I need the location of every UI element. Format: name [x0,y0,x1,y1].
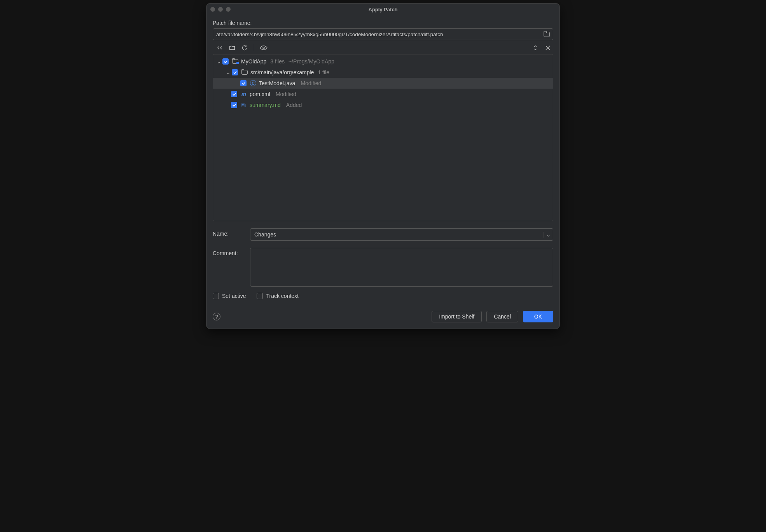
titlebar: Apply Patch [206,4,560,15]
file-status: Modified [301,80,321,86]
browse-folder-icon[interactable] [544,32,550,37]
track-context-label: Track context [266,293,299,299]
comment-textarea[interactable] [250,248,553,287]
apply-patch-dialog: Apply Patch Patch file name: [206,3,560,329]
track-context-checkbox[interactable]: Track context [257,293,299,299]
chevron-down-icon[interactable]: ⌄ [544,232,553,238]
checkbox-icon [257,293,263,299]
cancel-button[interactable]: Cancel [486,311,518,322]
tree-root-node[interactable]: ⌄ MyOldApp 3 files ~/Progs/MyOldApp [213,56,553,67]
dialog-footer: ? Import to Shelf Cancel OK [206,305,560,329]
tree-file-node[interactable]: m pom.xml Modified [213,89,553,100]
revert-icon[interactable] [216,44,224,52]
java-class-icon: C [250,80,257,86]
checkbox-icon [213,293,219,299]
patch-file-field[interactable] [213,28,553,40]
changelist-name-input[interactable] [250,231,544,238]
maven-icon: m [240,91,247,98]
expand-collapse-icon[interactable] [532,44,539,52]
file-status: Modified [276,91,296,97]
comment-label: Comment: [213,248,244,256]
checkbox[interactable] [240,80,247,86]
chevron-down-icon[interactable]: ⌄ [216,58,222,65]
file-name: TestModel.java [259,80,295,86]
help-icon[interactable]: ? [213,313,220,320]
checkbox[interactable] [231,91,237,97]
close-window-icon[interactable] [210,7,215,12]
svg-point-0 [263,47,264,49]
name-label: Name: [213,228,244,237]
tree-file-node[interactable]: C TestModel.java Modified [213,78,553,89]
file-count: 3 files [270,58,285,65]
file-status: Added [286,102,302,108]
patch-file-label: Patch file name: [213,20,553,26]
folder-icon [241,70,248,75]
markdown-icon: M↓ [240,103,247,107]
tree-package-node[interactable]: ⌄ src/main/java/org/example 1 file [213,67,553,78]
collapse-all-icon[interactable] [544,44,552,52]
tree-toolbar [213,40,553,54]
chevron-down-icon[interactable]: ⌄ [226,69,231,75]
window-controls [210,7,231,12]
ok-button[interactable]: OK [523,311,553,322]
node-name: MyOldApp [241,58,266,65]
file-name: summary.md [250,102,281,108]
maximize-window-icon[interactable] [226,7,231,12]
file-count: 1 file [318,69,329,75]
changes-tree: ⌄ MyOldApp 3 files ~/Progs/MyOldApp ⌄ sr… [213,54,553,221]
tree-file-node[interactable]: M↓ summary.md Added [213,100,553,110]
patch-file-input[interactable] [216,32,541,37]
dialog-title: Apply Patch [206,7,560,12]
preview-icon[interactable] [260,44,268,52]
group-by-icon[interactable] [228,44,236,52]
import-to-shelf-button[interactable]: Import to Shelf [432,311,482,322]
module-icon [232,59,239,64]
set-active-label: Set active [222,293,246,299]
minimize-window-icon[interactable] [218,7,223,12]
toolbar-separator [254,44,254,51]
file-name: pom.xml [250,91,270,97]
checkbox[interactable] [222,58,229,65]
node-path: ~/Progs/MyOldApp [289,58,334,65]
refresh-icon[interactable] [241,44,248,52]
node-name: src/main/java/org/example [250,69,314,75]
checkbox[interactable] [231,102,237,108]
checkbox[interactable] [232,69,238,75]
set-active-checkbox[interactable]: Set active [213,293,246,299]
changelist-name-combo[interactable]: ⌄ [250,228,553,241]
